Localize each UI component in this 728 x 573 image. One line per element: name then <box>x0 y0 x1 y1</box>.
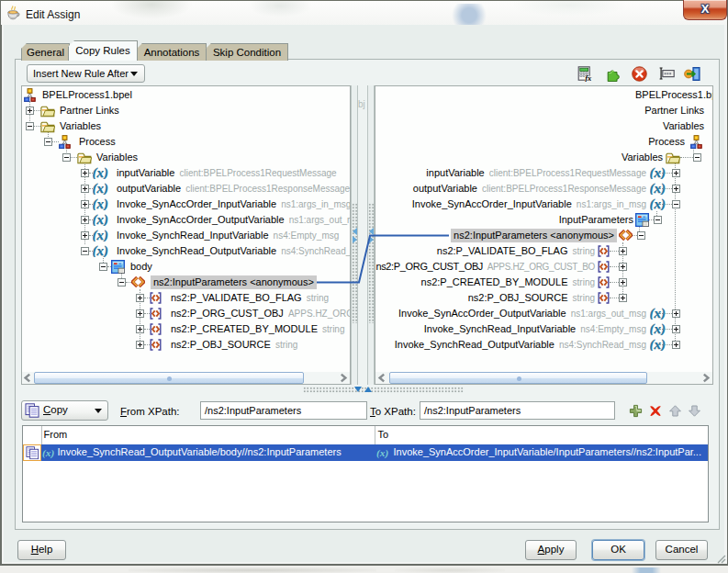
svg-text:(x): (x) <box>376 447 388 459</box>
svg-text:(x): (x) <box>42 447 54 459</box>
